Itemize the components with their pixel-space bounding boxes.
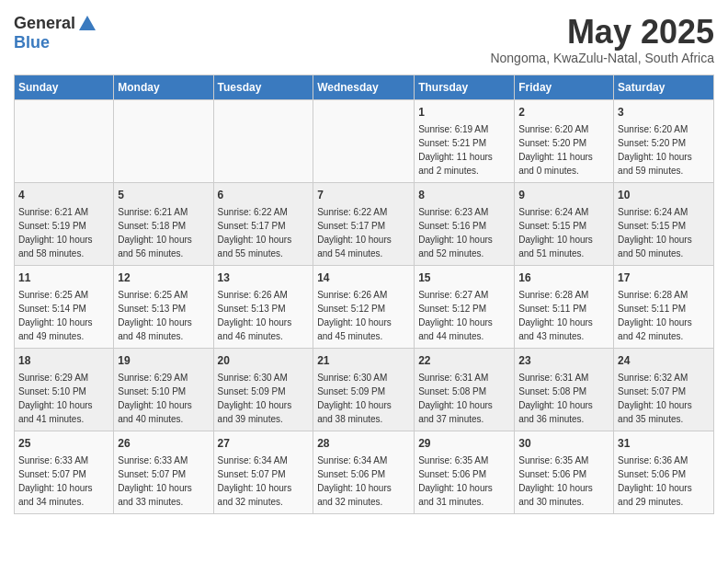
day-info: Sunrise: 6:35 AM [418,454,510,467]
calendar-cell: 7Sunrise: 6:22 AMSunset: 5:17 PMDaylight… [313,182,415,265]
day-info: Sunset: 5:07 PM [18,467,109,481]
weekday-header-tuesday: Tuesday [213,75,313,99]
logo: General Blue [14,14,97,52]
day-info: and 35 minutes. [618,412,710,426]
day-info: Sunset: 5:15 PM [518,219,609,233]
day-number: 9 [518,187,609,203]
day-info: Sunrise: 6:22 AM [218,205,310,219]
day-number: 14 [317,270,410,286]
day-info: Sunrise: 6:30 AM [317,371,410,385]
day-info: Daylight: 10 hours [317,481,410,495]
day-info: Daylight: 10 hours [218,398,310,412]
day-number: 28 [317,435,410,452]
day-info: and 41 minutes. [18,412,109,426]
calendar-cell: 21Sunrise: 6:30 AMSunset: 5:09 PMDayligh… [313,348,415,431]
calendar-cell [114,99,213,182]
day-info: Daylight: 10 hours [518,398,609,412]
day-info: Daylight: 10 hours [118,316,209,329]
day-info: Sunset: 5:12 PM [317,302,410,316]
day-info: Daylight: 11 hours [418,150,510,164]
day-info: and 40 minutes. [118,412,209,426]
month-title: May 2025 [490,14,714,51]
calendar-cell [313,99,415,182]
day-info: Sunset: 5:10 PM [118,385,209,398]
day-number: 27 [218,435,310,452]
calendar-cell: 25Sunrise: 6:33 AMSunset: 5:07 PMDayligh… [15,431,114,513]
day-number: 20 [218,352,310,369]
day-info: Daylight: 10 hours [618,316,710,329]
day-info: Sunrise: 6:20 AM [618,122,710,136]
day-info: and 55 minutes. [218,247,310,260]
day-info: Sunrise: 6:28 AM [518,288,609,302]
day-info: Daylight: 10 hours [118,481,209,495]
day-info: Daylight: 10 hours [118,233,209,247]
day-info: Sunrise: 6:29 AM [18,371,109,385]
day-info: Sunrise: 6:31 AM [418,371,510,385]
calendar-cell: 23Sunrise: 6:31 AMSunset: 5:08 PMDayligh… [515,348,614,431]
day-number: 30 [518,435,609,452]
day-info: Daylight: 11 hours [518,150,609,164]
day-info: Sunrise: 6:34 AM [218,454,310,467]
calendar-week-row: 18Sunrise: 6:29 AMSunset: 5:10 PMDayligh… [15,348,714,431]
day-number: 29 [418,435,510,452]
day-info: Sunset: 5:18 PM [118,219,209,233]
day-info: Daylight: 10 hours [418,481,510,495]
day-number: 18 [18,352,109,369]
day-info: Sunrise: 6:35 AM [518,454,609,467]
day-info: Sunset: 5:20 PM [618,136,710,150]
calendar-cell: 16Sunrise: 6:28 AMSunset: 5:11 PMDayligh… [515,265,614,348]
weekday-header-row: SundayMondayTuesdayWednesdayThursdayFrid… [15,75,714,99]
day-info: Sunrise: 6:26 AM [218,288,310,302]
location-subtitle: Nongoma, KwaZulu-Natal, South Africa [490,51,714,65]
day-info: Daylight: 10 hours [18,398,109,412]
calendar-cell: 11Sunrise: 6:25 AMSunset: 5:14 PMDayligh… [15,265,114,348]
day-number: 23 [518,352,609,369]
calendar-week-row: 25Sunrise: 6:33 AMSunset: 5:07 PMDayligh… [15,431,714,513]
calendar-cell: 26Sunrise: 6:33 AMSunset: 5:07 PMDayligh… [114,431,213,513]
day-info: Sunrise: 6:33 AM [18,454,109,467]
day-number: 22 [418,352,510,369]
day-info: and 54 minutes. [317,247,410,260]
calendar-week-row: 4Sunrise: 6:21 AMSunset: 5:19 PMDaylight… [15,182,714,265]
day-info: Daylight: 10 hours [118,398,209,412]
calendar-cell [15,99,114,182]
day-info: Sunrise: 6:24 AM [618,205,710,219]
day-info: Sunrise: 6:32 AM [618,371,710,385]
day-number: 4 [18,187,109,203]
day-info: and 0 minutes. [518,164,609,178]
day-info: Sunset: 5:09 PM [218,385,310,398]
day-number: 1 [418,104,510,121]
calendar-cell: 22Sunrise: 6:31 AMSunset: 5:08 PMDayligh… [415,348,515,431]
weekday-header-monday: Monday [114,75,213,99]
day-number: 19 [118,352,209,369]
day-number: 31 [618,435,710,452]
weekday-header-sunday: Sunday [15,75,114,99]
day-info: and 38 minutes. [317,412,410,426]
day-number: 8 [418,187,510,203]
day-info: Sunrise: 6:22 AM [317,205,410,219]
day-info: Sunset: 5:07 PM [218,467,310,481]
day-info: Daylight: 10 hours [218,481,310,495]
day-info: and 36 minutes. [518,412,609,426]
calendar-cell: 19Sunrise: 6:29 AMSunset: 5:10 PMDayligh… [114,348,213,431]
calendar-cell: 14Sunrise: 6:26 AMSunset: 5:12 PMDayligh… [313,265,415,348]
day-info: and 37 minutes. [418,412,510,426]
weekday-header-friday: Friday [515,75,614,99]
day-info: and 59 minutes. [618,164,710,178]
weekday-header-thursday: Thursday [415,75,515,99]
day-info: Sunrise: 6:21 AM [18,205,109,219]
day-info: Sunset: 5:08 PM [418,385,510,398]
day-info: Daylight: 10 hours [518,316,609,329]
calendar-cell: 17Sunrise: 6:28 AMSunset: 5:11 PMDayligh… [614,265,714,348]
day-info: and 32 minutes. [218,495,310,509]
day-info: Daylight: 10 hours [317,398,410,412]
day-info: Sunrise: 6:31 AM [518,371,609,385]
day-info: and 49 minutes. [18,329,109,343]
day-number: 13 [218,270,310,286]
day-info: Sunset: 5:06 PM [518,467,609,481]
day-number: 16 [518,270,609,286]
title-section: May 2025 Nongoma, KwaZulu-Natal, South A… [490,14,714,65]
day-number: 26 [118,435,209,452]
day-number: 7 [317,187,410,203]
day-info: and 39 minutes. [218,412,310,426]
